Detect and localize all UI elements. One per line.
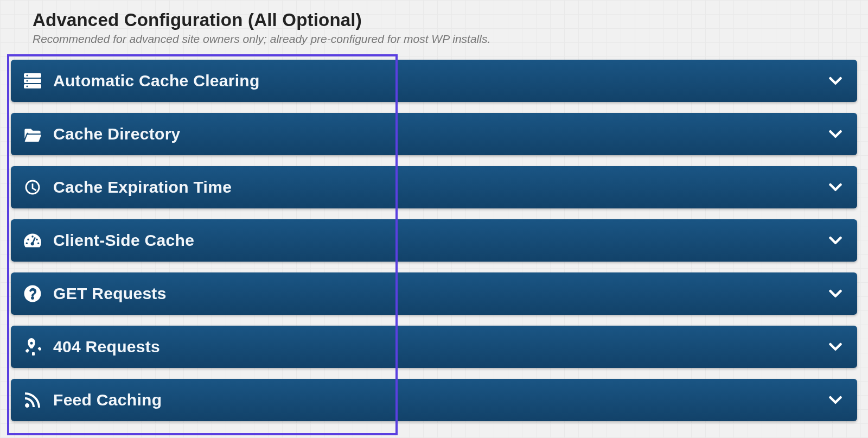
panel-label: Feed Caching xyxy=(53,391,828,409)
server-icon xyxy=(22,70,43,92)
question-circle-icon xyxy=(22,283,43,304)
accordion-panels: Automatic Cache Clearing Cache Directory… xyxy=(11,60,857,421)
chevron-down-icon xyxy=(828,286,843,301)
panel-cache-directory[interactable]: Cache Directory xyxy=(11,113,857,155)
rss-icon xyxy=(22,389,43,411)
panel-label: Client-Side Cache xyxy=(53,231,828,250)
panel-get-requests[interactable]: GET Requests xyxy=(11,272,857,315)
chevron-down-icon xyxy=(828,339,843,354)
chevron-down-icon xyxy=(828,73,843,88)
unlink-icon xyxy=(22,336,43,358)
panel-client-side-cache[interactable]: Client-Side Cache xyxy=(11,219,857,262)
panel-label: GET Requests xyxy=(53,284,828,303)
panel-label: Cache Directory xyxy=(53,125,828,143)
panel-label: 404 Requests xyxy=(53,338,828,356)
page-subtitle: Recommended for advanced site owners onl… xyxy=(33,33,857,46)
panel-404-requests[interactable]: 404 Requests xyxy=(11,326,857,368)
panel-automatic-cache-clearing[interactable]: Automatic Cache Clearing xyxy=(11,60,857,102)
panel-cache-expiration-time[interactable]: Cache Expiration Time xyxy=(11,166,857,208)
chevron-down-icon xyxy=(828,392,843,408)
panel-label: Automatic Cache Clearing xyxy=(53,72,828,90)
chevron-down-icon xyxy=(828,126,843,142)
chevron-down-icon xyxy=(828,180,843,195)
clock-icon xyxy=(22,176,43,198)
panel-feed-caching[interactable]: Feed Caching xyxy=(11,379,857,421)
panel-label: Cache Expiration Time xyxy=(53,178,828,196)
page-title: Advanced Configuration (All Optional) xyxy=(33,10,857,30)
folder-open-icon xyxy=(22,123,43,145)
section-heading: Advanced Configuration (All Optional) Re… xyxy=(11,0,857,48)
chevron-down-icon xyxy=(828,233,843,248)
gauge-icon xyxy=(22,230,43,251)
